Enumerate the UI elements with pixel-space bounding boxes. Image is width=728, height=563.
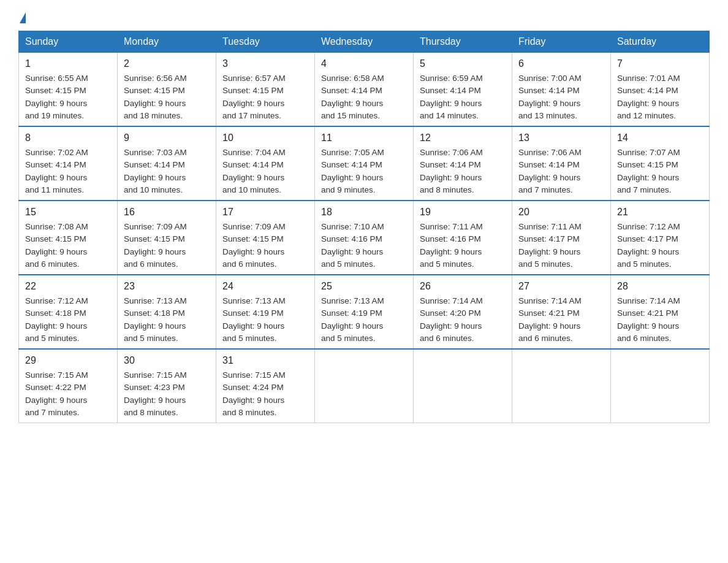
day-number: 27 [518, 279, 604, 294]
day-number: 19 [420, 205, 506, 220]
daylight-minutes: and 6 minutes. [222, 259, 277, 269]
day-number: 5 [420, 56, 506, 71]
daylight-minutes: and 7 minutes. [617, 185, 672, 194]
weekday-header-thursday: Thursday [414, 31, 512, 53]
sunset-label: Sunset: 4:14 PM [25, 160, 86, 169]
sunrise-label: Sunrise: 7:06 AM [420, 148, 483, 157]
sunset-label: Sunset: 4:14 PM [222, 160, 284, 169]
day-number: 13 [518, 131, 604, 145]
sunset-label: Sunset: 4:15 PM [222, 86, 284, 95]
calendar-cell: 14Sunrise: 7:07 AMSunset: 4:15 PMDayligh… [611, 126, 710, 201]
calendar-cell: 24Sunrise: 7:13 AMSunset: 4:19 PMDayligh… [216, 275, 315, 349]
calendar-week-row: 1Sunrise: 6:55 AMSunset: 4:15 PMDaylight… [19, 53, 710, 127]
daylight-label: Daylight: 9 hours [321, 99, 383, 108]
daylight-label: Daylight: 9 hours [222, 321, 284, 331]
daylight-label: Daylight: 9 hours [420, 99, 482, 108]
sunrise-label: Sunrise: 7:14 AM [420, 296, 483, 305]
daylight-minutes: and 6 minutes. [25, 259, 80, 269]
daylight-label: Daylight: 9 hours [25, 396, 87, 405]
sunset-label: Sunset: 4:17 PM [518, 234, 580, 243]
daylight-minutes: and 18 minutes. [124, 111, 183, 120]
sunrise-label: Sunrise: 6:55 AM [25, 74, 88, 83]
daylight-label: Daylight: 9 hours [25, 247, 87, 256]
calendar-cell: 23Sunrise: 7:13 AMSunset: 4:18 PMDayligh… [118, 275, 216, 349]
day-number: 3 [222, 56, 308, 71]
calendar-cell: 4Sunrise: 6:58 AMSunset: 4:14 PMDaylight… [315, 53, 414, 127]
daylight-minutes: and 7 minutes. [25, 408, 80, 417]
sunset-label: Sunset: 4:19 PM [321, 308, 382, 318]
sunrise-label: Sunrise: 6:58 AM [321, 74, 384, 83]
daylight-label: Daylight: 9 hours [518, 321, 580, 331]
daylight-minutes: and 5 minutes. [518, 259, 573, 269]
day-number: 6 [518, 56, 604, 71]
day-number: 26 [420, 279, 506, 294]
daylight-minutes: and 7 minutes. [518, 185, 573, 194]
sunrise-label: Sunrise: 7:13 AM [321, 296, 384, 305]
calendar-cell: 12Sunrise: 7:06 AMSunset: 4:14 PMDayligh… [414, 126, 512, 201]
daylight-minutes: and 17 minutes. [222, 111, 281, 120]
weekday-header-wednesday: Wednesday [315, 31, 414, 53]
daylight-minutes: and 13 minutes. [518, 111, 577, 120]
sunrise-label: Sunrise: 7:11 AM [420, 222, 483, 231]
calendar-cell: 9Sunrise: 7:03 AMSunset: 4:14 PMDaylight… [118, 126, 216, 201]
daylight-minutes: and 10 minutes. [222, 185, 281, 194]
weekday-header-row: SundayMondayTuesdayWednesdayThursdayFrid… [19, 31, 710, 53]
daylight-minutes: and 19 minutes. [25, 111, 84, 120]
sunrise-label: Sunrise: 7:03 AM [124, 148, 187, 157]
daylight-label: Daylight: 9 hours [25, 99, 87, 108]
weekday-header-tuesday: Tuesday [216, 31, 315, 53]
daylight-label: Daylight: 9 hours [420, 173, 482, 182]
sunset-label: Sunset: 4:18 PM [25, 308, 86, 318]
calendar-cell: 15Sunrise: 7:08 AMSunset: 4:15 PMDayligh… [19, 201, 118, 275]
calendar-cell [414, 349, 512, 423]
daylight-label: Daylight: 9 hours [124, 321, 186, 331]
daylight-label: Daylight: 9 hours [321, 247, 383, 256]
day-number: 14 [617, 131, 703, 145]
daylight-label: Daylight: 9 hours [518, 173, 580, 182]
calendar-cell: 11Sunrise: 7:05 AMSunset: 4:14 PMDayligh… [315, 126, 414, 201]
sunset-label: Sunset: 4:14 PM [518, 160, 580, 169]
daylight-minutes: and 6 minutes. [518, 334, 573, 343]
sunrise-label: Sunrise: 7:08 AM [25, 222, 88, 231]
calendar-cell: 27Sunrise: 7:14 AMSunset: 4:21 PMDayligh… [512, 275, 611, 349]
day-number: 17 [222, 205, 308, 220]
sunset-label: Sunset: 4:14 PM [518, 86, 580, 95]
sunrise-label: Sunrise: 7:02 AM [25, 148, 88, 157]
daylight-label: Daylight: 9 hours [222, 173, 284, 182]
sunrise-label: Sunrise: 7:12 AM [25, 296, 88, 305]
sunset-label: Sunset: 4:21 PM [518, 308, 580, 318]
daylight-label: Daylight: 9 hours [518, 99, 580, 108]
day-number: 11 [321, 131, 407, 145]
day-number: 30 [124, 353, 210, 368]
day-number: 10 [222, 131, 308, 145]
sunset-label: Sunset: 4:15 PM [124, 86, 185, 95]
daylight-minutes: and 6 minutes. [617, 334, 672, 343]
sunrise-label: Sunrise: 7:04 AM [222, 148, 286, 157]
daylight-label: Daylight: 9 hours [617, 247, 679, 256]
page-header [18, 12, 710, 25]
calendar-cell: 20Sunrise: 7:11 AMSunset: 4:17 PMDayligh… [512, 201, 611, 275]
day-number: 20 [518, 205, 604, 220]
sunrise-label: Sunrise: 7:12 AM [617, 222, 680, 231]
sunset-label: Sunset: 4:15 PM [25, 234, 86, 243]
weekday-header-friday: Friday [512, 31, 611, 53]
daylight-label: Daylight: 9 hours [321, 173, 383, 182]
sunset-label: Sunset: 4:14 PM [321, 86, 382, 95]
sunrise-label: Sunrise: 7:14 AM [617, 296, 680, 305]
calendar-cell: 1Sunrise: 6:55 AMSunset: 4:15 PMDaylight… [19, 53, 118, 127]
daylight-minutes: and 10 minutes. [124, 185, 183, 194]
daylight-minutes: and 14 minutes. [420, 111, 479, 120]
daylight-label: Daylight: 9 hours [420, 247, 482, 256]
calendar-cell [512, 349, 611, 423]
sunset-label: Sunset: 4:19 PM [222, 308, 284, 318]
daylight-label: Daylight: 9 hours [124, 99, 186, 108]
sunset-label: Sunset: 4:14 PM [617, 86, 678, 95]
day-number: 31 [222, 353, 308, 368]
calendar-cell: 31Sunrise: 7:15 AMSunset: 4:24 PMDayligh… [216, 349, 315, 423]
daylight-label: Daylight: 9 hours [25, 173, 87, 182]
daylight-minutes: and 6 minutes. [124, 259, 178, 269]
calendar-cell: 5Sunrise: 6:59 AMSunset: 4:14 PMDaylight… [414, 53, 512, 127]
sunset-label: Sunset: 4:18 PM [124, 308, 185, 318]
day-number: 25 [321, 279, 407, 294]
sunrise-label: Sunrise: 6:57 AM [222, 74, 286, 83]
